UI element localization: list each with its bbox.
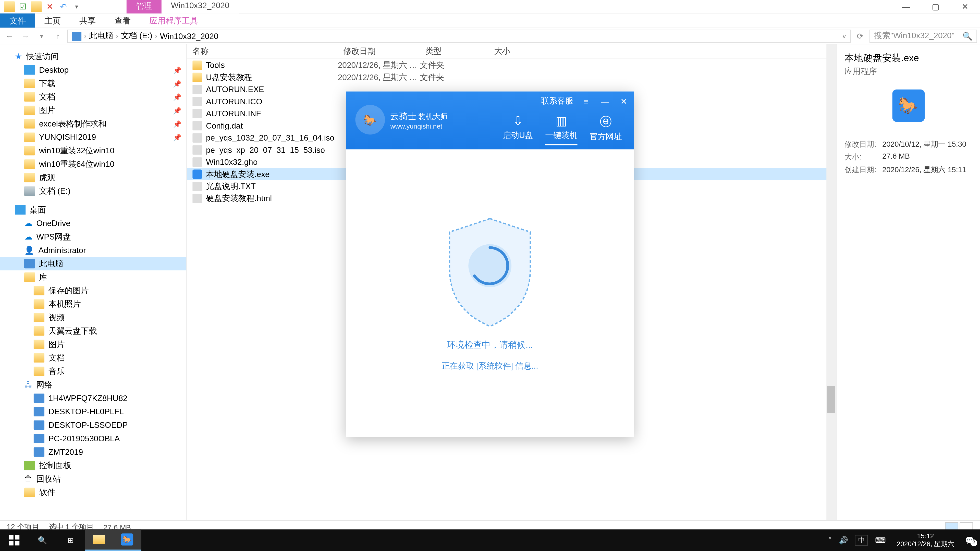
nav-local-pics[interactable]: 本机照片 xyxy=(0,297,186,311)
taskview-button[interactable]: ⊞ xyxy=(57,529,85,551)
nav-back[interactable]: ← xyxy=(3,32,16,41)
nav-net-3[interactable]: DESKTOP-LSSOEDP xyxy=(0,418,186,432)
col-size[interactable]: 大小 xyxy=(488,46,542,57)
nav-tianyi[interactable]: 天翼云盘下载 xyxy=(0,324,186,338)
breadcrumb-dropdown[interactable]: v xyxy=(843,32,846,40)
nav-wps[interactable]: ☁WPS网盘 xyxy=(0,230,186,244)
window-controls: — ▢ ✕ xyxy=(891,0,980,13)
popup-minimize-button[interactable]: — xyxy=(599,97,611,106)
scrollbar-thumb[interactable] xyxy=(827,386,835,413)
tray-notifications-icon[interactable]: 💬2 xyxy=(965,536,974,545)
search-icon[interactable]: 🔍 xyxy=(963,32,973,41)
popup-contact-link[interactable]: 联系客服 xyxy=(541,95,573,107)
nav-forward[interactable]: → xyxy=(19,32,32,41)
nav-yunqishi[interactable]: YUNQISHI2019📌 xyxy=(0,130,186,144)
file-name: 本地硬盘安装.exe xyxy=(206,168,270,180)
start-button[interactable] xyxy=(0,529,28,551)
popup-tab-website[interactable]: ⓔ官方网址 xyxy=(590,114,622,145)
nav-onedrive[interactable]: ☁OneDrive xyxy=(0,217,186,230)
nav-downloads[interactable]: 下载📌 xyxy=(0,77,186,90)
nav-music[interactable]: 音乐 xyxy=(0,365,186,378)
explorer-icon xyxy=(4,1,15,12)
nav-software[interactable]: 软件 xyxy=(0,486,186,499)
ribbon-home[interactable]: 主页 xyxy=(35,14,70,27)
chevron-right-icon[interactable]: › xyxy=(84,32,86,40)
nav-excel[interactable]: excel表格制作求和📌 xyxy=(0,117,186,130)
nav-video[interactable]: 视频 xyxy=(0,311,186,324)
taskbar-explorer[interactable] xyxy=(85,529,113,551)
chevron-right-icon[interactable]: › xyxy=(116,32,118,40)
breadcrumb-root[interactable]: 此电脑 xyxy=(89,30,113,42)
qat-delete-icon[interactable]: ✕ xyxy=(45,1,55,12)
breadcrumb[interactable]: › 此电脑 › 文档 (E:) › Win10x32_2020 v xyxy=(67,29,851,43)
qat-folder-icon[interactable] xyxy=(31,1,41,12)
breadcrumb-folder[interactable]: Win10x32_2020 xyxy=(160,32,218,41)
ribbon-view[interactable]: 查看 xyxy=(105,14,140,27)
taskbar-installer[interactable]: 🐎 xyxy=(113,529,142,551)
nav-this-pc[interactable]: 此电脑 xyxy=(0,257,186,270)
scrollbar-vertical[interactable] xyxy=(826,44,836,520)
tray-keyboard-icon[interactable]: ⌨ xyxy=(875,536,886,545)
nav-pictures[interactable]: 图片📌 xyxy=(0,103,186,117)
col-type[interactable]: 类型 xyxy=(420,46,488,57)
nav-pics[interactable]: 图片 xyxy=(0,338,186,351)
nav-up[interactable]: ↑ xyxy=(51,32,65,41)
nav-win10-32[interactable]: win10重装32位win10 xyxy=(0,144,186,157)
tray-clock[interactable]: 15:12 2020/12/26, 星期六 xyxy=(893,532,958,548)
search-input[interactable]: 搜索"Win10x32_2020" 🔍 xyxy=(870,29,977,43)
file-name: U盘安装教程 xyxy=(206,72,252,83)
tray-chevron-icon[interactable]: ˄ xyxy=(828,536,832,545)
breadcrumb-drive[interactable]: 文档 (E:) xyxy=(121,30,152,42)
qat-checkbox-icon[interactable]: ☑ xyxy=(18,1,28,12)
col-name[interactable]: 名称 xyxy=(187,46,338,57)
ribbon-file[interactable]: 文件 xyxy=(0,14,35,27)
qat-dropdown-icon[interactable]: ▾ xyxy=(72,1,82,12)
minimize-button[interactable]: — xyxy=(891,0,921,13)
nav-net-2[interactable]: DESKTOP-HL0PLFL xyxy=(0,405,186,418)
refresh-button[interactable]: ⟳ xyxy=(853,32,867,41)
nav-documents[interactable]: 文档📌 xyxy=(0,90,186,103)
popup-tab-usb[interactable]: ⇩启动U盘 xyxy=(503,114,533,145)
taskbar-search-button[interactable]: 🔍 xyxy=(28,529,57,551)
nav-network[interactable]: 🖧网络 xyxy=(0,378,186,392)
file-name: pe_yqs_1032_20_07_31_16_04.iso xyxy=(206,133,334,143)
manage-tab[interactable]: 管理 xyxy=(127,0,162,14)
nav-desktop[interactable]: Desktop📌 xyxy=(0,63,186,77)
close-button[interactable]: ✕ xyxy=(950,0,980,13)
popup-menu-icon[interactable]: ≡ xyxy=(580,97,592,106)
ribbon-app-tools[interactable]: 应用程序工具 xyxy=(140,14,207,27)
nav-net-5[interactable]: ZMT2019 xyxy=(0,445,186,459)
nav-admin[interactable]: 👤Administrator xyxy=(0,244,186,257)
nav-huguan[interactable]: 虎观 xyxy=(0,171,186,184)
file-icon xyxy=(192,194,202,203)
titlebar: ☑ ✕ ↶ ▾ 管理 Win10x32_2020 — ▢ ✕ xyxy=(0,0,980,14)
popup-tab-install[interactable]: ▥一键装机 xyxy=(545,114,578,145)
nav-library[interactable]: 库 xyxy=(0,270,186,284)
col-date[interactable]: 修改日期 xyxy=(338,46,420,57)
popup-close-button[interactable]: ✕ xyxy=(618,97,630,106)
nav-docs[interactable]: 文档 xyxy=(0,351,186,365)
nav-desktop2[interactable]: 桌面 xyxy=(0,203,186,217)
nav-win10-64[interactable]: win10重装64位win10 xyxy=(0,157,186,171)
nav-recent[interactable]: ▾ xyxy=(35,33,48,39)
nav-net-1[interactable]: 1H4WPFQ7KZ8HU82 xyxy=(0,392,186,405)
nav-recycle[interactable]: 🗑回收站 xyxy=(0,472,186,486)
nav-net-4[interactable]: PC-20190530OBLA xyxy=(0,432,186,445)
details-prop: 修改日期:2020/10/12, 星期一 15:30 xyxy=(845,139,972,149)
file-row[interactable]: Tools2020/12/26, 星期六 1...文件夹 xyxy=(187,59,836,71)
svg-point-0 xyxy=(468,244,511,287)
file-row[interactable]: U盘安装教程2020/12/26, 星期六 1...文件夹 xyxy=(187,71,836,83)
popup-url: www.yunqishi.net xyxy=(390,122,447,130)
file-name: pe_yqs_xp_20_07_31_15_53.iso xyxy=(206,145,325,155)
prop-key: 大小: xyxy=(845,152,882,162)
chevron-right-icon[interactable]: › xyxy=(155,32,157,40)
nav-drive-e[interactable]: 文档 (E:) xyxy=(0,184,186,198)
maximize-button[interactable]: ▢ xyxy=(921,0,950,13)
tray-ime[interactable]: 中 xyxy=(855,535,869,545)
nav-quick-access[interactable]: ★快速访问 xyxy=(0,50,186,63)
nav-control-panel[interactable]: 控制面板 xyxy=(0,459,186,472)
qat-undo-icon[interactable]: ↶ xyxy=(58,1,68,12)
nav-saved-pics[interactable]: 保存的图片 xyxy=(0,284,186,297)
tray-volume-icon[interactable]: 🔊 xyxy=(839,536,848,545)
ribbon-share[interactable]: 共享 xyxy=(70,14,105,27)
